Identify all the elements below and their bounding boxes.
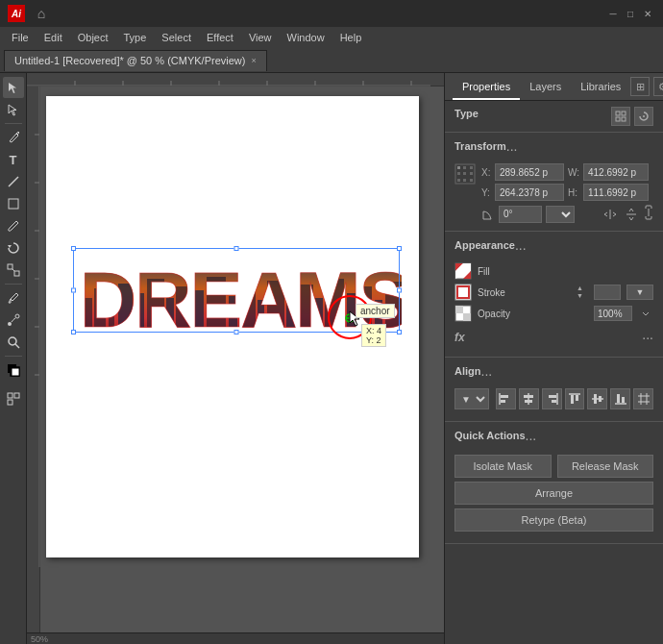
home-icon[interactable]: ⌂ [33,5,50,22]
menu-window[interactable]: Window [280,30,332,45]
align-row-1: ▼ [454,388,653,409]
stroke-swatch-box[interactable] [454,284,472,301]
svg-rect-84 [455,306,463,313]
align-center-h-button[interactable] [519,388,539,409]
quick-actions-more[interactable]: ··· [526,431,537,446]
scale-tool[interactable] [3,260,24,281]
stroke-up-arrow[interactable]: ▲ [577,285,588,292]
fx-more[interactable]: ··· [642,330,653,345]
menu-object[interactable]: Object [70,30,116,45]
svg-rect-1 [9,199,18,209]
svg-rect-60 [616,111,620,115]
svg-rect-69 [457,172,460,175]
eyedropper-tool[interactable] [3,287,24,309]
align-title: Align [454,365,481,377]
close-button[interactable]: ✕ [640,6,655,21]
w-input[interactable] [583,163,649,181]
xy-row: X: W: [481,163,653,181]
mask-buttons-row: Isolate Mask Release Mask [454,455,653,478]
direct-selection-tool[interactable] [3,99,24,120]
stroke-stepper[interactable]: ▲ ▼ [577,285,588,300]
svg-line-4 [12,269,14,271]
svg-rect-66 [457,166,460,169]
panel-settings-icon[interactable]: ⚙ [653,77,663,96]
selection-tool[interactable] [3,77,24,98]
y-input[interactable] [495,184,564,201]
menu-file[interactable]: File [4,30,37,45]
anchor-grid [454,163,476,186]
x-input[interactable] [495,163,564,181]
opacity-expand-icon[interactable] [638,306,653,321]
rectangle-tool[interactable] [3,193,24,214]
tab-layers[interactable]: Layers [520,77,571,100]
handle-mr[interactable] [397,288,402,293]
align-more[interactable]: ··· [481,366,493,382]
align-left-button[interactable] [496,388,516,409]
angle-dropdown[interactable]: ▼ [546,206,575,223]
transform-more[interactable]: ··· [506,141,518,157]
menu-select[interactable]: Select [154,30,199,45]
arrange-button[interactable]: Arrange [454,482,653,505]
menu-type[interactable]: Type [116,30,155,45]
fx-label[interactable]: fx [454,331,465,344]
svg-rect-72 [457,179,460,182]
pen-tool[interactable] [3,127,24,148]
handle-ml[interactable] [71,288,76,293]
zoom-tool[interactable] [3,332,24,353]
align-to-dropdown[interactable]: ▼ [454,388,489,409]
flip-vertical-icon[interactable] [623,206,640,223]
type-icons [611,107,653,126]
bottom-scrollbar: 50% [27,632,444,644]
opacity-label: Opacity [478,309,588,319]
line-tool[interactable] [3,171,24,192]
handle-bl[interactable] [71,330,76,334]
handle-br[interactable] [397,330,402,334]
align-bottom-button[interactable] [610,388,630,409]
svg-rect-101 [617,394,620,403]
opacity-input[interactable] [594,306,632,321]
left-toolbar: T [0,73,27,644]
tab-close-button[interactable]: × [251,56,256,65]
maximize-button[interactable]: □ [623,6,638,21]
tab-libraries[interactable]: Libraries [571,77,630,100]
release-mask-button[interactable]: Release Mask [557,455,654,478]
handle-bm[interactable] [234,330,239,334]
menu-edit[interactable]: Edit [37,30,70,45]
stroke-down-arrow[interactable]: ▼ [577,292,588,300]
constrain-proportions-icon[interactable] [644,205,653,223]
flip-horizontal-icon[interactable] [602,206,619,223]
handle-tl[interactable] [71,246,76,251]
appearance-title: Appearance [454,239,515,251]
document-tab[interactable]: Untitled-1 [Recovered]* @ 50 % (CMYK/Pre… [4,50,267,71]
type-icon-2[interactable] [634,107,653,126]
align-center-v-button[interactable] [587,388,607,409]
panel-arrange-icon[interactable]: ⊞ [630,77,650,96]
type-tool[interactable]: T [3,149,24,170]
appearance-more[interactable]: ··· [515,240,527,256]
blend-tool[interactable] [3,310,24,331]
artboards-panel[interactable] [3,388,24,409]
isolate-mask-button[interactable]: Isolate Mask [454,455,552,478]
minimize-button[interactable]: ─ [605,6,621,21]
angle-input[interactable] [499,206,542,223]
rotate-tool[interactable] [3,237,24,259]
fill-checkbox[interactable] [454,262,472,280]
svg-rect-82 [460,289,466,295]
align-top-button[interactable] [565,388,585,409]
tab-properties[interactable]: Properties [453,77,520,100]
menu-help[interactable]: Help [332,30,370,45]
stroke-type-dropdown[interactable]: ▼ [626,285,653,300]
handle-tm[interactable] [234,246,239,251]
paintbrush-tool[interactable] [3,215,24,236]
fill-stroke-indicator[interactable] [3,359,24,381]
stroke-color-picker[interactable] [594,285,621,300]
distribute-button[interactable] [633,388,653,409]
menu-effect[interactable]: Effect [199,30,241,45]
retype-button[interactable]: Retype (Beta) [454,508,653,532]
handle-tr[interactable] [397,246,402,251]
h-input[interactable] [583,184,649,201]
menu-view[interactable]: View [241,30,280,45]
align-right-button[interactable] [542,388,562,409]
type-icon-1[interactable] [611,107,630,126]
svg-rect-102 [622,397,625,403]
